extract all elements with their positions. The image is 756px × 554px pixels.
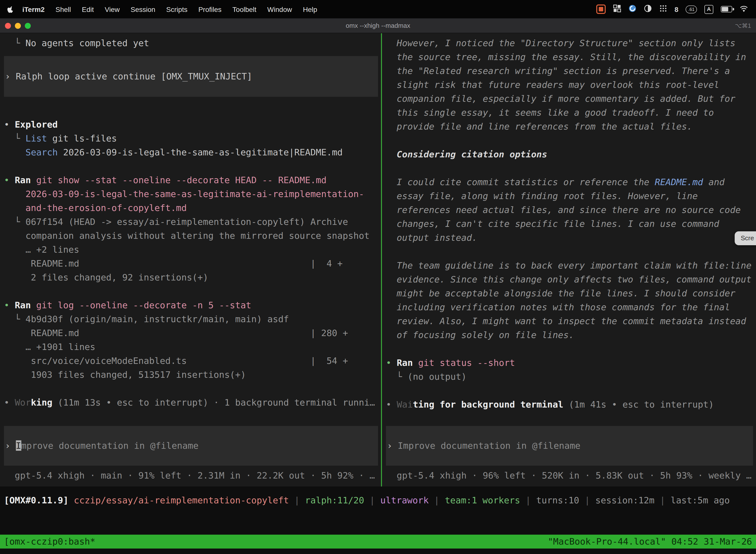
ran-git-status: • Ran git status --short — [386, 356, 756, 370]
ralph-inject-banner: › Ralph loop active continue [OMX_TMUX_I… — [4, 56, 378, 97]
prompt-text: › Improve documentation in @filename — [5, 439, 378, 453]
text-segment: provide file and line references from th… — [386, 121, 692, 131]
terminal-line: the "Related research writing" section i… — [386, 64, 756, 78]
terminal-line: slight risk that future readers may over… — [386, 78, 756, 92]
text-segment: | — [520, 495, 536, 505]
text-segment: gpt-5.4 xhigh · main · 91% left · 2.31M … — [4, 470, 375, 481]
text-segment: Ran — [397, 357, 413, 368]
text-segment: I — [16, 440, 21, 451]
text-segment: | — [364, 495, 380, 505]
prompt-input-left[interactable]: › Improve documentation in @filename — [4, 426, 378, 466]
text-segment: companion file, especially if more comme… — [386, 93, 736, 104]
terminal-line — [386, 161, 756, 175]
wifi-icon[interactable] — [740, 5, 748, 13]
text-segment: companion analysis without altering the … — [4, 230, 370, 241]
terminal-line: README.md | 280 + — [4, 326, 381, 340]
minimize-button[interactable] — [15, 22, 21, 29]
text-segment: git status --short — [418, 357, 515, 368]
text-segment — [68, 495, 74, 505]
terminal-line: output instead. — [386, 231, 756, 245]
apple-menu[interactable] — [7, 5, 14, 13]
terminal-line — [386, 342, 756, 356]
text-segment: | — [289, 495, 305, 505]
text-segment: └ — [4, 38, 25, 48]
ran-git-show: • Ran git show --stat --oneline --decora… — [4, 173, 381, 187]
text-segment: Explored — [15, 119, 58, 129]
terminal-line: essay file, along with finding root file… — [386, 189, 756, 203]
text-segment: turns:10 — [536, 495, 579, 505]
terminal-line: └ 067f154 (HEAD -> essay/ai-reimplementa… — [4, 215, 381, 229]
text-segment: this single essay, it seems like a good … — [386, 107, 714, 118]
terminal-line: The team guideline is to back every impo… — [386, 259, 756, 273]
menu-item-help[interactable]: Help — [297, 5, 323, 13]
text-segment: ting for background terminal — [413, 399, 563, 409]
text-segment: 067f154 (HEAD -> essay/ai-reimplementati… — [25, 216, 348, 227]
window-title-bar[interactable]: omx --xhigh --madmax ⌥⌘1 — [0, 18, 756, 33]
text-segment: Improve documentation in @filename — [397, 440, 580, 451]
text-segment: … +2 lines — [4, 244, 79, 255]
pane-bottom-left: › Improve documentation in @filename gpt… — [4, 426, 381, 483]
text-segment: the "Related research writing" section i… — [386, 65, 730, 76]
text-segment: └ — [4, 216, 25, 227]
terminal-line — [386, 245, 756, 259]
text-segment: • — [4, 175, 15, 185]
text-segment: The team guideline is to back every impo… — [386, 260, 752, 271]
text-segment: └ — [4, 133, 25, 144]
contrast-icon[interactable] — [644, 4, 651, 14]
text-segment: Considering citation options — [386, 149, 547, 159]
menu-item-session[interactable]: Session — [125, 5, 161, 13]
terminal-line — [386, 384, 756, 398]
text-segment: └ — [386, 371, 407, 382]
text-segment: cczip/essay/ai-reimplementation-copyleft — [74, 495, 289, 505]
menu-item-view[interactable]: View — [99, 5, 125, 13]
input-source-a-icon[interactable]: A — [704, 5, 713, 14]
text-segment: 2026-03-09-is-legal-the-same-as-legitima… — [4, 189, 364, 199]
terminal-line: README.md | 4 + — [4, 257, 381, 271]
terminal-line: provide file and line references from th… — [386, 120, 756, 133]
close-button[interactable] — [5, 22, 11, 29]
menu-item-toolbelt[interactable]: Toolbelt — [227, 5, 262, 13]
working-spinner-line: • Working (11m 13s • esc to interrupt) ·… — [4, 396, 381, 409]
terminal-line: … +2 lines — [4, 243, 381, 257]
dots-grid-icon[interactable] — [659, 4, 667, 14]
menu-item-window[interactable]: Window — [262, 5, 298, 13]
prompt-input-right[interactable]: › Improve documentation in @filename — [386, 426, 753, 466]
screen-share-tooltip[interactable]: Scre — [735, 231, 756, 245]
zoom-button[interactable] — [25, 22, 31, 29]
terminal-line — [4, 284, 381, 298]
recording-indicator[interactable] — [596, 4, 606, 14]
terminal-line: and-the-erosion-of-copyleft.md — [4, 201, 381, 215]
text-segment: ralph:11/20 — [305, 495, 364, 505]
text-segment: session:12m — [595, 495, 654, 505]
terminal-line: … +1901 lines — [4, 340, 381, 354]
text-segment: [OMX#0.11.9] — [4, 495, 68, 505]
omx-status-line: [OMX#0.11.9] cczip/essay/ai-reimplementa… — [0, 487, 756, 507]
meter-61-icon[interactable]: .61 — [686, 5, 697, 13]
menu-item-profiles[interactable]: Profiles — [193, 5, 227, 13]
text-segment — [413, 357, 418, 368]
text-segment: Search — [25, 147, 58, 157]
battery-icon[interactable] — [721, 6, 732, 12]
prompt-text: › Improve documentation in @filename — [387, 439, 753, 453]
terminal-line: references need actual files, and since … — [386, 203, 756, 217]
text-segment: references need actual files, and since … — [386, 205, 741, 215]
tmux-session-label[interactable]: [omx-cczip0:bash* — [4, 535, 95, 549]
menu-item-iterm2[interactable]: iTerm2 — [17, 5, 50, 13]
text-segment: Wor — [15, 397, 31, 407]
terminal-line: └ 4b9d30f (origin/main, instructkr/main,… — [4, 312, 381, 326]
menu-item-shell[interactable]: Shell — [50, 5, 76, 13]
text-segment — [31, 300, 36, 310]
desktop: iTerm2ShellEditViewSessionScriptsProfile… — [0, 0, 756, 554]
text-segment: • — [4, 119, 15, 129]
terminal-line: this single essay, it seems like a good … — [386, 106, 756, 120]
menu-item-edit[interactable]: Edit — [76, 5, 99, 13]
tiles-icon[interactable] — [613, 4, 621, 14]
terminal-line — [4, 104, 381, 118]
terminal-line: └ List git ls-files — [4, 131, 381, 146]
traffic-lights — [0, 22, 31, 29]
menu-item-scripts[interactable]: Scripts — [161, 5, 193, 13]
swirl-icon[interactable] — [628, 4, 636, 14]
model-status-line-right: gpt-5.4 xhigh · 96% left · 520K in · 5.8… — [386, 468, 756, 483]
badge-8-icon[interactable]: 8 — [674, 5, 678, 13]
text-segment: last:5m ago — [671, 495, 730, 505]
